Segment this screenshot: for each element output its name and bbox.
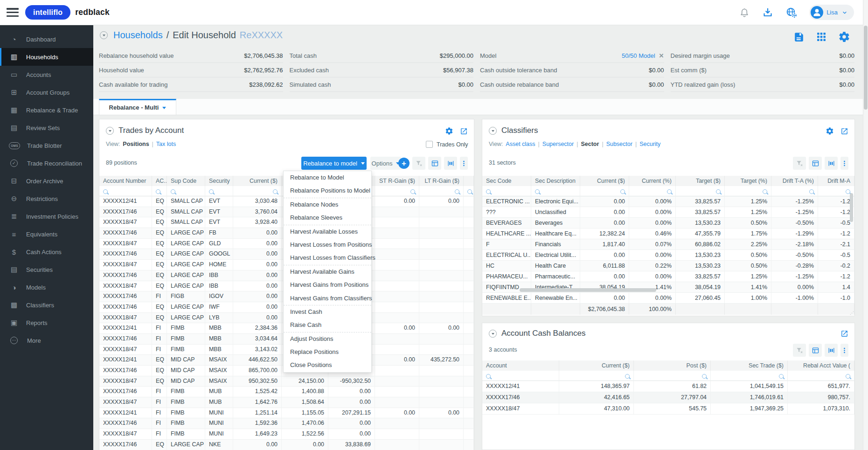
- horizontal-scrollbar[interactable]: [520, 288, 656, 292]
- menu-item-harvest-available-gains[interactable]: Harvest Available Gains: [284, 265, 371, 278]
- clear-filter-icon[interactable]: [412, 157, 425, 170]
- column-filter[interactable]: [676, 186, 725, 196]
- table-row[interactable]: XXXXX18/47EQMID CAPMSAIX950,302.5024,150…: [99, 376, 474, 387]
- column-filter[interactable]: [788, 371, 854, 381]
- column-filter[interactable]: [580, 186, 629, 196]
- view-supersector[interactable]: Supersector: [542, 141, 574, 147]
- table-row[interactable]: ELECTRICAL U...Electrical Utilit...0.000…: [482, 250, 854, 261]
- table-row[interactable]: XXXXX17/46FIFIMBMUNI1,592.361,470.060.00: [99, 418, 474, 429]
- view-positions[interactable]: Positions: [123, 141, 149, 147]
- menu-item-harvest-losses-from-positions[interactable]: Harvest Losses from Positions: [284, 238, 371, 251]
- table-row[interactable]: XXXXX12/41FIFIMBMUNI1,251.141,155.05207,…: [99, 408, 474, 419]
- rebalance-to-model-button[interactable]: Rebalance to model: [301, 157, 367, 170]
- table-row[interactable]: RENEWABLE E...Renewable En...0.000.00%27…: [482, 293, 854, 304]
- sidebar-item-reports[interactable]: ▣Reports: [0, 314, 93, 332]
- scrollbar-thumb[interactable]: [864, 26, 868, 110]
- table-layout-icon[interactable]: [809, 157, 822, 170]
- view-sector[interactable]: Sector: [581, 141, 599, 147]
- column-filter[interactable]: [152, 186, 167, 196]
- sidebar-item-accounts[interactable]: ▭Accounts: [0, 66, 93, 83]
- page-scrollbar[interactable]: [863, 0, 868, 450]
- globe-settings-icon[interactable]: [785, 7, 797, 18]
- column-header-account-number[interactable]: Account Number: [99, 176, 152, 186]
- menu-item-raise-cash[interactable]: Raise Cash: [284, 318, 371, 332]
- table-row[interactable]: XXXXX17/46EQLARGE CAPNKE0.000.0033,838.6…: [99, 440, 474, 450]
- notifications-bell-icon[interactable]: [739, 7, 750, 18]
- menu-item-rebalance-nodes[interactable]: Rebalance Nodes: [284, 198, 371, 211]
- sidebar-item-equivalents[interactable]: ≡Equivalents: [0, 225, 93, 243]
- table-row[interactable]: XXXXX18/47FIFIMBMUB1,642.761,508.640.00: [99, 397, 474, 408]
- apps-grid-icon[interactable]: [816, 31, 827, 42]
- column-header-sup-code[interactable]: Sup Code: [167, 176, 205, 186]
- table-row[interactable]: HCHealth Care6,011.880.22%13,530.230.50%…: [482, 261, 854, 271]
- menu-item-close-positions[interactable]: Close Positions: [284, 359, 371, 372]
- chart-columns-icon[interactable]: [825, 157, 838, 170]
- menu-item-harvest-gains-from-classifiers[interactable]: Harvest Gains from Classifiers: [284, 292, 371, 305]
- column-filter[interactable]: [531, 186, 580, 196]
- view-tax-lots[interactable]: Tax lots: [156, 141, 176, 147]
- table-row[interactable]: XXXXX17/4642,416.6527,797.041,746,019.61…: [482, 392, 854, 403]
- column-filter[interactable]: [711, 371, 788, 381]
- column-header-ac[interactable]: AC...: [152, 176, 167, 186]
- column-filter[interactable]: [167, 186, 205, 196]
- table-row[interactable]: XXXXX17/46FIFIMBMUB1,525.421,400.880.00: [99, 387, 474, 397]
- sidebar-item-review-sets[interactable]: ▤Review Sets: [0, 119, 93, 137]
- view-security[interactable]: Security: [639, 141, 660, 147]
- sidebar-item-models[interactable]: ◑Models: [0, 278, 93, 296]
- column-header-drift-m-a[interactable]: Drift M-A: [818, 176, 854, 186]
- open-external-icon[interactable]: [840, 127, 848, 135]
- menu-item-harvest-losses-from-classifiers[interactable]: Harvest Losses from Classifiers: [284, 251, 371, 265]
- column-filter[interactable]: [482, 186, 531, 196]
- sidebar-item-trade-reconciliation[interactable]: ✓Trade Reconciliation: [0, 154, 93, 172]
- table-row[interactable]: ???Unclassified0.000.00%33,825.571.25%-1…: [482, 207, 854, 218]
- collapse-icon[interactable]: [100, 31, 108, 39]
- menu-item-adjust-positions[interactable]: Adjust Positions: [284, 332, 371, 346]
- menu-item-rebalance-sleeves[interactable]: Rebalance Sleeves: [284, 211, 371, 225]
- options-button[interactable]: Options: [370, 157, 401, 170]
- sidebar-item-restrictions[interactable]: ⊖Restrictions: [0, 190, 93, 208]
- model-link[interactable]: 50/50 Model: [622, 52, 655, 59]
- breadcrumb-households-link[interactable]: Households: [113, 30, 163, 41]
- column-header-sec-code[interactable]: Sec Code: [482, 176, 531, 186]
- column-header-sec-description[interactable]: Sec Description: [531, 176, 580, 186]
- sidebar-item-trade-blotter[interactable]: OMSTrade Blotter: [0, 137, 93, 154]
- column-header-current[interactable]: Current ($): [559, 360, 634, 371]
- menu-item-harvest-available-losses[interactable]: Harvest Available Losses: [284, 225, 371, 238]
- menu-item-replace-positions[interactable]: Replace Positions: [284, 346, 371, 359]
- view-subsector[interactable]: Subsector: [606, 141, 632, 147]
- sidebar-item-account-groups[interactable]: ⊞Account Groups: [0, 83, 93, 101]
- add-icon[interactable]: +: [398, 158, 410, 169]
- column-filter[interactable]: [99, 186, 152, 196]
- column-header-blank[interactable]: [464, 176, 474, 186]
- column-filter[interactable]: [482, 371, 559, 381]
- menu-item-harvest-gains-from-positions[interactable]: Harvest Gains from Positions: [284, 278, 371, 291]
- kebab-menu-icon[interactable]: [460, 157, 468, 170]
- table-row[interactable]: XXXXX18/47FIFIMBMUNI1,649.231,522.560.00: [99, 429, 474, 440]
- column-filter[interactable]: [233, 186, 282, 196]
- table-row[interactable]: HEALTHCARE ...Healthcare Eq...12,382.240…: [482, 228, 854, 239]
- vertical-scrollbar[interactable]: [850, 193, 853, 222]
- column-header-current[interactable]: Current ($): [233, 176, 282, 186]
- sidebar-item-households[interactable]: ▥Households: [0, 48, 93, 66]
- column-filter[interactable]: [725, 186, 771, 196]
- column-header-drift-t-a[interactable]: Drift T-A (%): [771, 176, 818, 186]
- save-icon[interactable]: [793, 31, 805, 43]
- kebab-menu-icon[interactable]: [840, 157, 848, 170]
- table-row[interactable]: XXXXX12/41148,365.9761.821,041,549.15651…: [482, 381, 854, 392]
- column-filter[interactable]: [634, 371, 711, 381]
- trades-only-checkbox[interactable]: Trades Only: [426, 141, 468, 148]
- chart-columns-icon[interactable]: [444, 157, 457, 170]
- column-header-rebal-acct-value[interactable]: Rebal Acct Value (: [788, 360, 854, 371]
- clear-filter-icon[interactable]: [793, 157, 806, 170]
- panel-gear-icon[interactable]: [826, 127, 834, 135]
- user-menu[interactable]: Lisa: [809, 5, 854, 20]
- column-filter[interactable]: [464, 186, 474, 196]
- column-header-current[interactable]: Current (%): [629, 176, 676, 186]
- sidebar-item-order-archive[interactable]: ⊟Order Archive: [0, 172, 93, 190]
- table-layout-icon[interactable]: [428, 157, 441, 170]
- view-asset-class[interactable]: Asset class: [506, 141, 535, 147]
- column-header-security[interactable]: Security: [205, 176, 233, 186]
- column-header-target[interactable]: Target ($): [676, 176, 725, 186]
- table-row[interactable]: PHARMACEU...Pharmaceutic...0.000.00%33,8…: [482, 271, 854, 282]
- column-header-current[interactable]: Current ($): [580, 176, 629, 186]
